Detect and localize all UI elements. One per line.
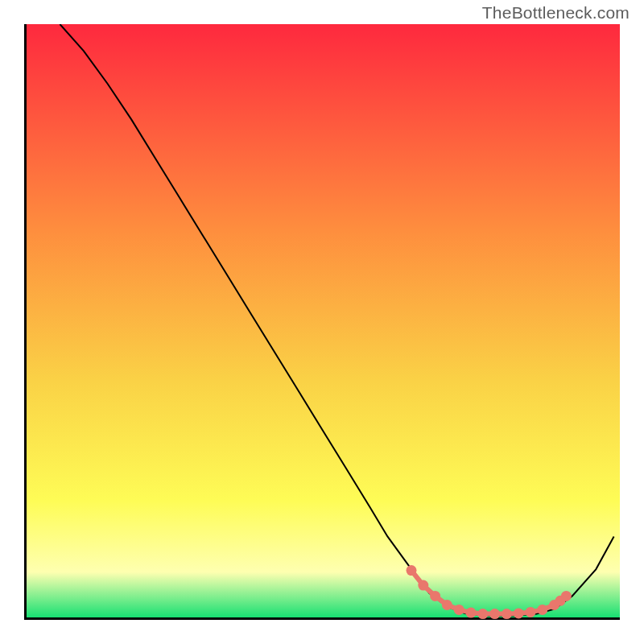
gradient-rect [24, 24, 620, 620]
stage: TheBottleneck.com [0, 0, 644, 644]
plot-area [24, 24, 620, 620]
chart-svg [24, 24, 620, 620]
watermark-label: TheBottleneck.com [482, 3, 630, 23]
